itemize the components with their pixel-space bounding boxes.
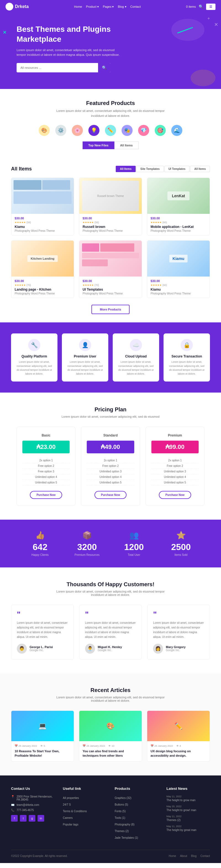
product-card-5[interactable]: $30.00 ★★★★★ (70) UI Templates Photograp… [79, 240, 142, 298]
copyright-text: ©2022 Copyright Example. All rights rese… [11, 855, 68, 858]
footer-bottom-contact[interactable]: Contact [200, 855, 210, 858]
article-card-3[interactable]: ✏️ 📅 26 January 2022 👁 4 UX design blog … [147, 711, 210, 762]
stat-number-resources: 3200 [64, 542, 110, 552]
footer-product-item: Buttons (5) [115, 802, 158, 807]
footer-product-5[interactable]: Photography (8) [115, 823, 134, 826]
footer-product-7[interactable]: Jade Templates (1) [115, 836, 138, 839]
search-icon[interactable]: 🔍 [199, 4, 203, 9]
purchase-basic-button[interactable]: Purchase Now [30, 491, 62, 499]
filter-all-items[interactable]: All Items [116, 166, 136, 172]
menu-button[interactable]: ☰ [206, 4, 216, 10]
social-facebook[interactable]: f [11, 815, 18, 822]
featured-icon-4[interactable]: 💡 [88, 125, 99, 136]
filter-all-items-2[interactable]: All Items [190, 166, 210, 172]
stat-sold: ⭐ 2500 Items Sold [157, 531, 204, 556]
author-role-2: Google Inc. [98, 649, 122, 652]
nav-home[interactable]: Home [74, 5, 82, 8]
nav-product[interactable]: Product ▾ [86, 5, 99, 8]
nav-pages[interactable]: Pages ▾ [103, 5, 114, 8]
all-items-section: All Items All Items Site Templates UI Te… [0, 157, 221, 322]
nav-contact[interactable]: Contact [130, 5, 141, 8]
product-price-4: $30.00 [14, 279, 70, 283]
article-card-2[interactable]: 🎨 📅 26 January 2022 👁 10 You can also fi… [79, 711, 142, 762]
product-card-2[interactable]: Russell brown Theme $30.00 ★★★★★ (56) Ru… [79, 178, 142, 236]
featured-tab-all[interactable]: All Items [114, 142, 139, 149]
hero-search-button[interactable]: 🔍 [98, 63, 110, 72]
social-google[interactable]: g [29, 815, 35, 822]
review-count-2: (56) [94, 221, 99, 224]
product-stars-6: ★★★★★ (60) [151, 284, 207, 286]
product-info-1: $30.00 ★★★★★ (56) Kiamu Photography Word… [11, 214, 74, 235]
footer-link-2[interactable]: 24/7 S [63, 803, 71, 806]
article-date-2: 📅 26 January 2022 [83, 745, 105, 747]
product-card-6[interactable]: Kiamu $30.00 ★★★★★ (60) Kiamu Photograph… [147, 240, 210, 298]
footer-bottom-home[interactable]: Home [169, 855, 176, 858]
footer-product-2[interactable]: Buttons (5) [115, 803, 128, 806]
feature-item: Unlimited option 4 [151, 474, 199, 480]
blob-1 [171, 19, 204, 41]
product-name-6: Kiamu [151, 287, 207, 291]
featured-icon-8[interactable]: 🎯 [155, 125, 166, 136]
product-card-1[interactable]: $30.00 ★★★★★ (56) Kiamu Photography Word… [11, 178, 74, 236]
pricing-amount-standard: 49.00 [105, 443, 120, 450]
product-thumb-1 [11, 178, 74, 214]
featured-icon-3[interactable]: 🌸 [72, 125, 83, 136]
hero-search-input[interactable] [17, 64, 98, 72]
product-name-2: Russell brown [83, 225, 138, 229]
featured-icon-7[interactable]: 💎 [138, 125, 149, 136]
footer-bottom-blog[interactable]: Blog [191, 855, 197, 858]
purchase-premium-button[interactable]: Purchase Now [159, 491, 191, 499]
product-card-4[interactable]: Kitchen Landing $30.00 ★★★★★ (70) Landin… [11, 240, 74, 298]
articles-grid: 💻 📅 26 January 2022 👁 5 10 Reasons To St… [11, 711, 210, 762]
product-thumb-5 [79, 241, 142, 277]
product-stars-5: ★★★★★ (70) [83, 284, 138, 286]
nav-links: Home Product ▾ Pages ▾ Blog ▾ Contact [74, 5, 141, 8]
footer-bottom-about[interactable]: About [180, 855, 187, 858]
footer-product-4[interactable]: Tools (1) [115, 816, 125, 819]
review-count-1: (56) [27, 221, 31, 224]
article-card-1[interactable]: 💻 📅 26 January 2022 👁 5 10 Reasons To St… [11, 711, 74, 762]
featured-icon-9[interactable]: 🌊 [171, 125, 182, 136]
product-card-3[interactable]: LenKat $30.00 ★★★★★ (60) Mobile applicat… [147, 178, 210, 236]
footer-product-6[interactable]: Themes (2) [115, 830, 129, 833]
footer-link-3[interactable]: Terms & Conditions [63, 810, 87, 813]
purchase-standard-button[interactable]: Purchase Now [94, 491, 127, 499]
star-icon: ★★★★★ [14, 221, 26, 224]
product-stars-1: ★★★★★ (56) [14, 221, 70, 224]
quote-mark-3: " [153, 611, 204, 618]
review-count-6: (60) [162, 284, 167, 286]
featured-icon-1[interactable]: 🎨 [39, 125, 50, 136]
footer-link-4[interactable]: Careers [63, 816, 73, 819]
footer-product-1[interactable]: Graphics (32) [115, 797, 131, 800]
product-stars-2: ★★★★★ (56) [83, 221, 138, 224]
social-twitter[interactable]: t [20, 815, 27, 822]
filter-site-templates[interactable]: Site Templates [136, 166, 164, 172]
stat-label-clients: Happy Clients [17, 553, 64, 556]
featured-icon-5[interactable]: ✏️ [105, 125, 116, 136]
footer-grid: Contact Us 📍 2000 Prior Street Henderson… [11, 786, 210, 841]
nav-blog[interactable]: Blog ▾ [118, 5, 126, 8]
pricing-subtitle: Lorem ipsum dolor sit amet, consectetuer… [17, 415, 204, 418]
filter-ui-templates[interactable]: UI Templates [164, 166, 190, 172]
product-price-5: $30.00 [83, 279, 138, 283]
footer-link-5[interactable]: Popular tags [63, 823, 78, 826]
footer-link-item: Popular tags [63, 822, 107, 827]
featured-tab-new[interactable]: Top New Files [83, 142, 114, 149]
footer-product-3[interactable]: Fonts (5) [115, 810, 126, 813]
news-title-3: Themes (2) [166, 818, 210, 822]
footer-link-1[interactable]: All properties [63, 797, 79, 800]
testimonial-text-3: Lorem ipsum dolor sit amet, consectetuer… [153, 620, 204, 639]
author-name-1: George L. Parisi [30, 645, 53, 649]
address-icon: 📍 [11, 795, 14, 798]
featured-icon-2[interactable]: ⚙️ [55, 125, 66, 136]
cross-decoration-1: ✕ [3, 30, 6, 35]
cart-count[interactable]: 0 items [186, 5, 196, 8]
logo[interactable]: D Drketa [5, 3, 29, 10]
article-meta-1: 📅 26 January 2022 👁 5 [14, 745, 70, 747]
featured-icon-6[interactable]: 🎭 [122, 125, 133, 136]
phone-icon: 📞 [11, 809, 14, 812]
stats-grid: 👍 642 Happy Clients 📦 3200 Premium Resou… [17, 531, 204, 556]
social-linkedin[interactable]: in [38, 815, 44, 822]
product-info-4: $30.00 ★★★★★ (70) Landing page - Kitchen… [11, 277, 74, 298]
more-products-button[interactable]: More Products [91, 305, 129, 314]
